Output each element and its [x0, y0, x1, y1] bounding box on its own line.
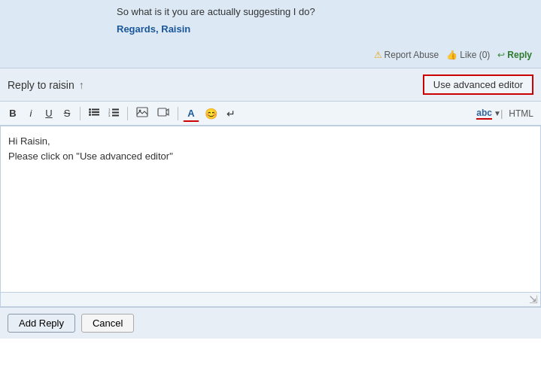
- insert-image-button[interactable]: [132, 105, 152, 122]
- insert-media-button[interactable]: [153, 105, 173, 122]
- like-label: Like (0): [460, 50, 490, 60]
- message-actions: ⚠ Report Abuse 👍 Like (0) ↩ Reply: [374, 50, 532, 60]
- svg-rect-14: [158, 108, 166, 116]
- reply-header: Reply to raisin ↑ Use advanced editor: [0, 68, 541, 102]
- svg-rect-3: [92, 111, 99, 113]
- ordered-list-button[interactable]: 1. 2. 3.: [105, 105, 123, 121]
- strikethrough-button[interactable]: S: [59, 105, 75, 121]
- advanced-editor-button[interactable]: Use advanced editor: [423, 74, 533, 95]
- editor-footer: Add Reply Cancel: [0, 307, 541, 339]
- svg-rect-9: [112, 112, 119, 114]
- editor-line-1: Hi Raisin,: [8, 134, 533, 149]
- emoji-button[interactable]: 😊: [201, 105, 221, 122]
- editor-content[interactable]: Hi Raisin, Please click on "Use advanced…: [1, 126, 540, 292]
- spell-check-dropdown[interactable]: ▼: [494, 109, 501, 117]
- svg-rect-11: [112, 115, 119, 117]
- reply-label: Reply: [507, 50, 532, 60]
- font-color-button[interactable]: A: [183, 105, 199, 122]
- svg-text:3.: 3.: [108, 114, 111, 117]
- message-text: So what is it you are actually suggestin…: [117, 6, 532, 17]
- svg-point-2: [89, 111, 91, 114]
- toolbar-divider-3: [178, 107, 178, 120]
- reply-link[interactable]: ↩ Reply: [497, 50, 532, 60]
- underline-button[interactable]: U: [41, 105, 57, 121]
- toolbar-divider-2: [127, 107, 128, 120]
- like-link[interactable]: 👍 Like (0): [446, 50, 490, 60]
- reply-icon: ↩: [497, 50, 505, 60]
- spell-check-indicator: abc ▼: [476, 106, 497, 121]
- svg-rect-7: [112, 109, 119, 111]
- ordered-list-icon: 1. 2. 3.: [108, 108, 119, 117]
- message-regards: Regards, Raisin: [117, 23, 532, 35]
- add-reply-button[interactable]: Add Reply: [8, 314, 75, 333]
- font-color-label: A: [187, 108, 194, 119]
- editor-toolbar: B i U S 1. 2. 3.: [0, 102, 541, 126]
- reply-to-label: Reply to raisin ↑: [8, 79, 84, 91]
- spell-check-label: abc: [476, 108, 492, 120]
- unordered-list-icon: [89, 108, 99, 117]
- thumb-up-icon: 👍: [446, 50, 457, 60]
- unordered-list-button[interactable]: [85, 105, 103, 121]
- svg-rect-1: [92, 109, 99, 111]
- cancel-button[interactable]: Cancel: [81, 314, 134, 333]
- message-area: So what is it you are actually suggestin…: [0, 0, 541, 68]
- resize-handle[interactable]: ⇲: [1, 292, 540, 306]
- insert-media-icon: [157, 107, 169, 117]
- editor-wrapper: Hi Raisin, Please click on "Use advanced…: [0, 126, 541, 307]
- svg-rect-5: [92, 114, 99, 116]
- insert-image-icon: [136, 107, 148, 117]
- report-abuse-link[interactable]: ⚠ Report Abuse: [374, 50, 439, 60]
- svg-point-0: [89, 108, 91, 111]
- italic-button[interactable]: i: [23, 105, 39, 121]
- reply-to-text: Reply to raisin: [8, 79, 74, 91]
- toolbar-divider-1: [80, 107, 81, 120]
- warning-icon: ⚠: [374, 50, 382, 60]
- bold-button[interactable]: B: [5, 105, 21, 121]
- report-abuse-label: Report Abuse: [384, 50, 439, 60]
- html-button[interactable]: HTML: [506, 107, 536, 120]
- insert-symbol-button[interactable]: ↵: [223, 105, 239, 122]
- toolbar-right: abc ▼ | HTML: [476, 106, 536, 121]
- up-arrow-icon: ↑: [79, 79, 84, 91]
- svg-rect-12: [137, 108, 147, 117]
- svg-point-4: [89, 114, 91, 116]
- editor-line-3: Please click on "Use advanced editor": [8, 149, 533, 164]
